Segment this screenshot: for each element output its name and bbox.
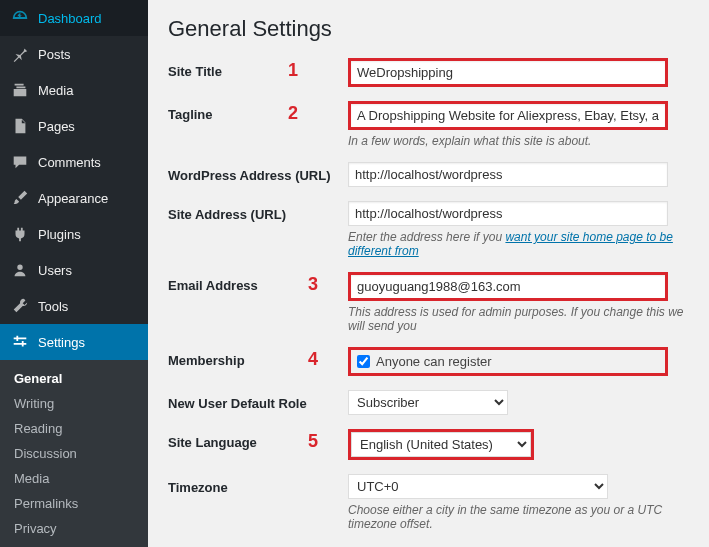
row-membership: Membership 4 Anyone can register bbox=[168, 347, 689, 376]
menu-label: Appearance bbox=[38, 191, 108, 206]
checkbox-label: Anyone can register bbox=[376, 354, 492, 369]
menu-dashboard[interactable]: Dashboard bbox=[0, 0, 148, 36]
menu-tools[interactable]: Tools bbox=[0, 288, 148, 324]
menu-settings[interactable]: Settings bbox=[0, 324, 148, 360]
menu-media[interactable]: Media bbox=[0, 72, 148, 108]
submenu-permalinks[interactable]: Permalinks bbox=[0, 491, 148, 516]
submenu-writing[interactable]: Writing bbox=[0, 391, 148, 416]
row-timezone: Timezone UTC+0 Choose either a city in t… bbox=[168, 474, 689, 531]
row-email: Email Address 3 This address is used for… bbox=[168, 272, 689, 333]
menu-label: Dashboard bbox=[38, 11, 102, 26]
label-timezone: Timezone bbox=[168, 474, 348, 495]
input-site-title[interactable] bbox=[348, 58, 668, 87]
menu-label: Users bbox=[38, 263, 72, 278]
input-email[interactable] bbox=[348, 272, 668, 301]
annotation-4: 4 bbox=[308, 349, 318, 370]
input-wp-address[interactable] bbox=[348, 162, 668, 187]
menu-posts[interactable]: Posts bbox=[0, 36, 148, 72]
label-tagline: Tagline bbox=[168, 101, 348, 122]
submenu-reading[interactable]: Reading bbox=[0, 416, 148, 441]
row-wp-address: WordPress Address (URL) bbox=[168, 162, 689, 187]
menu-label: Tools bbox=[38, 299, 68, 314]
row-site-address: Site Address (URL) Enter the address her… bbox=[168, 201, 689, 258]
row-default-role: New User Default Role Subscriber bbox=[168, 390, 689, 415]
plug-icon bbox=[10, 224, 30, 244]
row-site-title: Site Title 1 bbox=[168, 58, 689, 87]
label-default-role: New User Default Role bbox=[168, 390, 348, 411]
label-wp-address: WordPress Address (URL) bbox=[168, 162, 348, 183]
comment-icon bbox=[10, 152, 30, 172]
submenu-discussion[interactable]: Discussion bbox=[0, 441, 148, 466]
desc-tagline: In a few words, explain what this site i… bbox=[348, 134, 689, 148]
annotation-5: 5 bbox=[308, 431, 318, 452]
menu-comments[interactable]: Comments bbox=[0, 144, 148, 180]
label-language: Site Language bbox=[168, 429, 348, 450]
menu-appearance[interactable]: Appearance bbox=[0, 180, 148, 216]
admin-sidebar: Dashboard Posts Media Pages Comments App… bbox=[0, 0, 148, 547]
brush-icon bbox=[10, 188, 30, 208]
annotation-3: 3 bbox=[308, 274, 318, 295]
select-default-role[interactable]: Subscriber bbox=[348, 390, 508, 415]
row-tagline: Tagline 2 In a few words, explain what t… bbox=[168, 101, 689, 148]
label-membership: Membership bbox=[168, 347, 348, 368]
sliders-icon bbox=[10, 332, 30, 352]
settings-submenu: General Writing Reading Discussion Media… bbox=[0, 360, 148, 547]
media-icon bbox=[10, 80, 30, 100]
input-tagline[interactable] bbox=[348, 101, 668, 130]
page-title: General Settings bbox=[168, 16, 689, 42]
menu-pages[interactable]: Pages bbox=[0, 108, 148, 144]
menu-label: Settings bbox=[38, 335, 85, 350]
menu-label: Plugins bbox=[38, 227, 81, 242]
dashboard-icon bbox=[10, 8, 30, 28]
desc-site-address: Enter the address here if you want your … bbox=[348, 230, 689, 258]
label-site-address: Site Address (URL) bbox=[168, 201, 348, 222]
label-email: Email Address bbox=[168, 272, 348, 293]
input-site-address[interactable] bbox=[348, 201, 668, 226]
desc-email: This address is used for admin purposes.… bbox=[348, 305, 689, 333]
label-site-title: Site Title bbox=[168, 58, 348, 79]
submenu-general[interactable]: General bbox=[0, 366, 148, 391]
desc-timezone: Choose either a city in the same timezon… bbox=[348, 503, 689, 531]
annotation-1: 1 bbox=[288, 60, 298, 81]
row-language: Site Language 5 English (United States) bbox=[168, 429, 689, 460]
annotation-2: 2 bbox=[288, 103, 298, 124]
content-area: General Settings Site Title 1 Tagline 2 … bbox=[148, 0, 709, 547]
submenu-media[interactable]: Media bbox=[0, 466, 148, 491]
user-icon bbox=[10, 260, 30, 280]
menu-label: Comments bbox=[38, 155, 101, 170]
menu-label: Media bbox=[38, 83, 73, 98]
checkbox-anyone-register[interactable] bbox=[357, 355, 370, 368]
submenu-privacy[interactable]: Privacy bbox=[0, 516, 148, 541]
menu-label: Pages bbox=[38, 119, 75, 134]
select-timezone[interactable]: UTC+0 bbox=[348, 474, 608, 499]
menu-label: Posts bbox=[38, 47, 71, 62]
menu-plugins[interactable]: Plugins bbox=[0, 216, 148, 252]
pin-icon bbox=[10, 44, 30, 64]
page-icon bbox=[10, 116, 30, 136]
menu-users[interactable]: Users bbox=[0, 252, 148, 288]
select-language[interactable]: English (United States) bbox=[351, 432, 531, 457]
wrench-icon bbox=[10, 296, 30, 316]
